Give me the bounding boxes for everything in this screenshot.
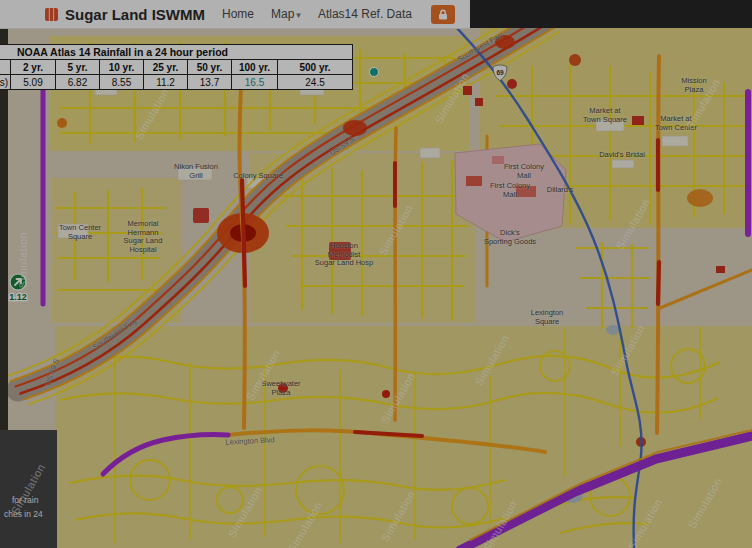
- legend-panel: for rain ches in 24: [0, 430, 57, 548]
- rainfall-value: 6.82: [56, 75, 100, 90]
- app-window: 69 1.12 Town Center SquareNikon Fusion G…: [0, 0, 752, 548]
- shield-number: 69: [496, 69, 504, 76]
- gauge-marker-icon[interactable]: [10, 274, 26, 290]
- rainfall-value: 5.09: [11, 75, 56, 90]
- app-title: Sugar Land ISWMM: [65, 6, 205, 23]
- nav-map[interactable]: Map▾: [271, 7, 301, 21]
- rainfall-row-label: es): [0, 75, 11, 90]
- nav-home[interactable]: Home: [222, 7, 254, 21]
- nav-atlas14-ref-data[interactable]: Atlas14 Ref. Data: [318, 7, 412, 21]
- map-svg: 69 1.12: [0, 28, 752, 548]
- rainfall-value: 13.7: [188, 75, 232, 90]
- col-header: 50 yr.: [188, 60, 232, 75]
- lock-button[interactable]: [431, 5, 455, 24]
- legend-text-line: ches in 24: [4, 508, 57, 521]
- col-header: 2 yr.: [11, 60, 56, 75]
- app-header: Sugar Land ISWMM Home Map▾ Atlas14 Ref. …: [0, 0, 470, 29]
- map-canvas[interactable]: 69 1.12: [0, 28, 752, 548]
- app-logo-icon: [45, 8, 58, 21]
- caret-down-icon: ▾: [296, 10, 301, 20]
- col-header: 500 yr.: [278, 60, 353, 75]
- lock-icon: [438, 9, 448, 20]
- rainfall-value: 11.2: [144, 75, 188, 90]
- rainfall-value: 8.55: [100, 75, 144, 90]
- col-header: 5 yr.: [56, 60, 100, 75]
- col-header: 10 yr.: [100, 60, 144, 75]
- map-point-marker[interactable]: [370, 68, 379, 77]
- rainfall-value: 24.5: [278, 75, 353, 90]
- gauge-value: 1.12: [9, 292, 27, 302]
- rainfall-value: 16.5: [232, 75, 278, 90]
- rainfall-row-label-header: [0, 60, 11, 75]
- rainfall-table: NOAA Atlas 14 Rainfall in a 24 hour peri…: [0, 44, 353, 90]
- col-header: 100 yr.: [232, 60, 278, 75]
- header-dark-region: [468, 0, 752, 28]
- col-header: 25 yr.: [144, 60, 188, 75]
- rainfall-table-title: NOAA Atlas 14 Rainfall in a 24 hour peri…: [0, 45, 353, 60]
- legend-text-line: for rain: [12, 494, 57, 507]
